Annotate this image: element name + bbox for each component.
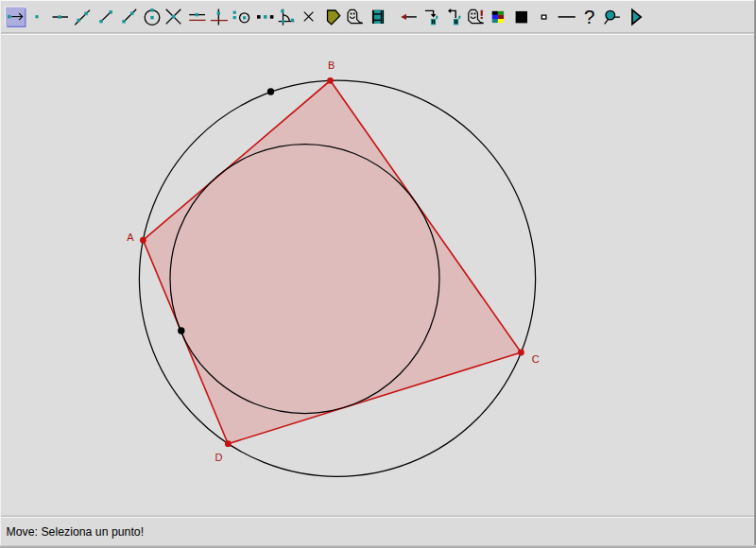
svg-text:Move: Seleziona un punto!: Move: Seleziona un punto! — [7, 525, 145, 539]
svg-text:C: C — [532, 353, 540, 365]
svg-text:D: D — [215, 452, 223, 463]
svg-text:?: ? — [584, 6, 594, 27]
svg-text:A: A — [127, 231, 134, 243]
svg-text:B: B — [328, 60, 335, 71]
